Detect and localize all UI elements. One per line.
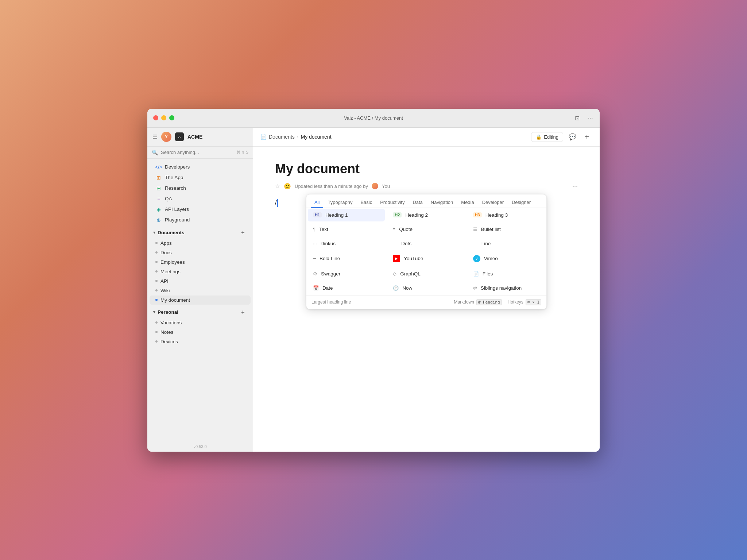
dropdown-item-heading2[interactable]: H2 Heading 2: [388, 209, 465, 221]
date-label: Date: [322, 285, 333, 291]
dropdown-footer: Largest heading line Markdown # Heading …: [306, 295, 546, 309]
sidebar-item-qa[interactable]: ≡ QA: [150, 194, 251, 204]
breadcrumb: 📄 Documents › My document: [260, 134, 332, 140]
dots-label: Dots: [401, 241, 411, 246]
quote-icon: ❝: [393, 227, 395, 232]
dropdown-item-swagger[interactable]: ⚙ Swagger: [308, 267, 385, 280]
dot-icon: [155, 261, 158, 263]
dropdown-item-quote[interactable]: ❝ Quote: [388, 223, 465, 236]
now-icon: 🕐: [393, 285, 399, 291]
text-icon: ¶: [313, 227, 316, 232]
sidebar-item-vacations[interactable]: Vacations: [150, 318, 251, 327]
minimize-button[interactable]: [161, 115, 166, 120]
personal-add-button[interactable]: +: [239, 308, 247, 316]
dropdown-item-date[interactable]: 📅 Date: [308, 282, 385, 294]
dropdown-item-bold-line[interactable]: ━ Bold Line: [308, 251, 385, 266]
doc-content[interactable]: My document ☆ 🙂 Updated less than a minu…: [253, 147, 600, 452]
tab-navigation[interactable]: Navigation: [427, 197, 457, 208]
sidebar-item-developers[interactable]: </> Developers: [150, 162, 251, 172]
close-button[interactable]: [153, 115, 158, 120]
dot-icon: [155, 340, 158, 343]
documents-section-header[interactable]: ▾ Documents +: [150, 227, 251, 238]
bullet-list-icon: ☰: [473, 227, 477, 232]
dropdown-item-dots[interactable]: --- Dots: [388, 237, 465, 250]
dinkus-label: Dinkus: [321, 241, 336, 246]
extensions-icon[interactable]: ⊡: [575, 115, 581, 121]
dots-icon: ---: [393, 241, 398, 246]
tab-media[interactable]: Media: [457, 197, 477, 208]
dot-icon: [155, 299, 158, 301]
heading1-label: Heading 1: [325, 212, 348, 218]
avatar[interactable]: Y: [161, 132, 171, 142]
sidebar-item-devices[interactable]: Devices: [150, 337, 251, 346]
sidebar-item-docs[interactable]: Docs: [150, 248, 251, 257]
right-header: 📄 Documents › My document 🔒 Editing 💬 +: [253, 128, 600, 147]
sidebar-item-wiki[interactable]: Wiki: [150, 286, 251, 295]
sidebar-item-api[interactable]: API: [150, 277, 251, 286]
sidebar-item-playground[interactable]: ⊕ Playground: [150, 215, 251, 225]
tab-data[interactable]: Data: [409, 197, 426, 208]
sidebar-item-apps[interactable]: Apps: [150, 239, 251, 248]
star-icon[interactable]: ☆: [275, 183, 280, 190]
sidebar-item-research[interactable]: ⊟ Research: [150, 183, 251, 193]
bold-line-label: Bold Line: [320, 256, 340, 261]
tab-typography[interactable]: Typography: [324, 197, 356, 208]
dropdown-item-text[interactable]: ¶ Text: [308, 223, 385, 236]
sidebar-item-api-layers[interactable]: ◈ API Layers: [150, 204, 251, 215]
vimeo-icon: V: [473, 255, 480, 262]
h2-badge: H2: [393, 212, 402, 217]
tab-productivity[interactable]: Productivity: [376, 197, 408, 208]
dropdown-item-graphql[interactable]: ◇ GraphQL: [388, 267, 465, 280]
playground-icon: ⊕: [155, 217, 162, 223]
bullet-list-label: Bullet list: [481, 227, 501, 232]
dropdown-item-dinkus[interactable]: ··· Dinkus: [308, 237, 385, 250]
dropdown-item-files[interactable]: 📄 Files: [468, 267, 545, 280]
dropdown-item-line[interactable]: — Line: [468, 237, 545, 250]
hamburger-icon[interactable]: ☰: [152, 134, 158, 140]
editing-button[interactable]: 🔒 Editing: [531, 132, 563, 142]
meta-avatar: [372, 183, 378, 189]
sidebar-item-my-document[interactable]: My document: [150, 296, 251, 305]
more-icon[interactable]: ⋯: [587, 115, 594, 121]
heading3-label: Heading 3: [485, 212, 508, 218]
tab-developer[interactable]: Developer: [479, 197, 507, 208]
graphql-icon: ◇: [393, 271, 396, 277]
sidebar-item-theapp[interactable]: ⊞ The App: [150, 173, 251, 183]
emoji-icon[interactable]: 🙂: [284, 183, 291, 190]
dropdown-item-now[interactable]: 🕐 Now: [388, 282, 465, 294]
more-button[interactable]: ···: [572, 182, 578, 190]
breadcrumb-parent[interactable]: Documents: [269, 134, 295, 140]
dot-icon: [155, 280, 158, 282]
dropdown-item-siblings-nav[interactable]: ⇄ Siblings navigation: [468, 282, 545, 294]
tab-basic[interactable]: Basic: [357, 197, 376, 208]
sidebar-item-meetings[interactable]: Meetings: [150, 267, 251, 276]
tab-all[interactable]: All: [311, 197, 323, 208]
personal-chevron: ▾: [153, 310, 155, 314]
research-icon: ⊟: [155, 185, 162, 192]
dropdown-item-bullet-list[interactable]: ☰ Bullet list: [468, 223, 545, 236]
markdown-label: Markdown: [454, 300, 474, 305]
sidebar-item-employees[interactable]: Employees: [150, 258, 251, 267]
dropdown-item-youtube[interactable]: ▶ YouTube: [388, 251, 465, 266]
personal-section-label: Personal: [158, 309, 178, 315]
dropdown-item-vimeo[interactable]: V Vimeo: [468, 251, 545, 266]
add-button[interactable]: +: [581, 131, 592, 142]
personal-section-header[interactable]: ▾ Personal +: [150, 306, 251, 318]
comment-button[interactable]: 💬: [567, 131, 578, 142]
h1-badge: H1: [313, 212, 322, 217]
maximize-button[interactable]: [169, 115, 174, 120]
dropdown-item-heading1[interactable]: H1 Heading 1: [308, 209, 385, 221]
doc-meta: ☆ 🙂 Updated less than a minute ago by Yo…: [275, 182, 578, 190]
tab-designer[interactable]: Designer: [508, 197, 534, 208]
sidebar-scroll: </> Developers ⊞ The App ⊟ Research ≡ QA…: [147, 159, 253, 441]
search-input[interactable]: [161, 150, 233, 155]
sidebar-item-notes[interactable]: Notes: [150, 328, 251, 337]
quote-label: Quote: [399, 227, 413, 232]
documents-section-label: Documents: [158, 230, 185, 235]
doc-title: My document: [275, 161, 578, 177]
search-bar[interactable]: 🔍 ⌘ ⇧ S: [147, 147, 253, 159]
youtube-icon: ▶: [393, 255, 400, 262]
documents-add-button[interactable]: +: [239, 229, 247, 237]
titlebar-actions: ⊡ ⋯: [575, 115, 594, 121]
dropdown-item-heading3[interactable]: H3 Heading 3: [468, 209, 545, 221]
